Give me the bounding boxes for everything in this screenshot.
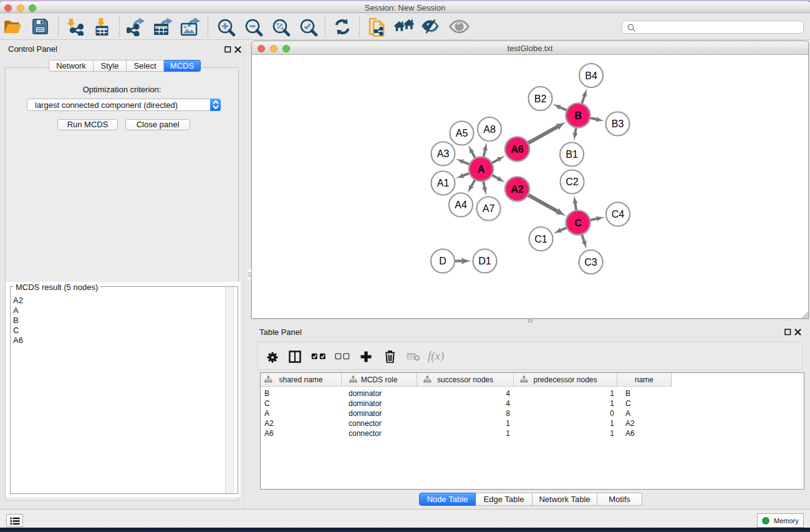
svg-text:A2: A2 [511, 184, 524, 195]
svg-text:A3: A3 [437, 148, 450, 159]
svg-text:B1: B1 [566, 149, 578, 160]
svg-text:A5: A5 [456, 128, 468, 138]
svg-text:A6: A6 [511, 144, 524, 155]
svg-text:A8: A8 [483, 124, 496, 135]
svg-text:B4: B4 [585, 70, 597, 81]
svg-text:C3: C3 [584, 257, 597, 268]
svg-text:A: A [478, 164, 485, 175]
svg-text:A7: A7 [483, 203, 495, 214]
svg-text:A4: A4 [455, 200, 467, 210]
svg-text:D1: D1 [478, 256, 491, 266]
svg-text:D: D [439, 256, 446, 266]
svg-text:C: C [574, 218, 582, 228]
svg-text:B3: B3 [612, 118, 624, 129]
svg-text:B2: B2 [534, 94, 547, 104]
svg-text:A1: A1 [437, 178, 450, 188]
svg-text:B: B [574, 110, 582, 121]
svg-text:C1: C1 [534, 234, 547, 244]
svg-text:C2: C2 [566, 177, 579, 187]
svg-text:C4: C4 [612, 209, 625, 220]
